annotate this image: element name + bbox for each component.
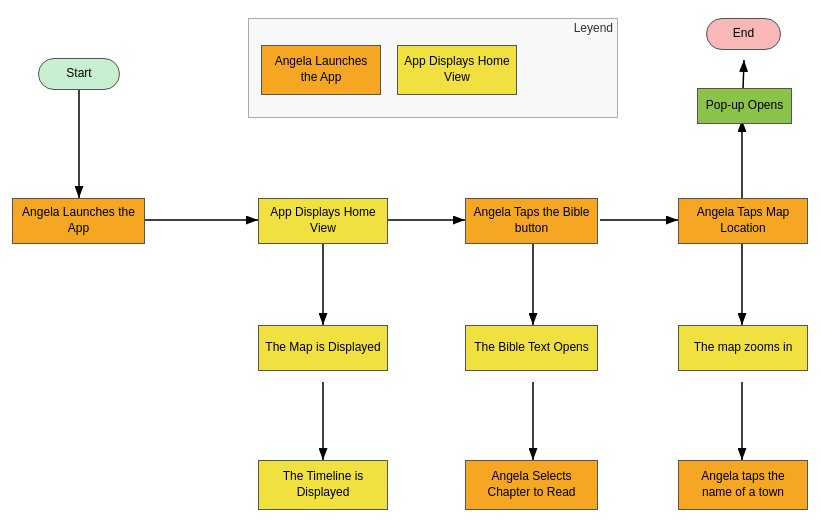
timeline-displayed-node: The Timeline is Displayed [258, 460, 388, 510]
angela-taps-map-location-node: Angela Taps Map Location [678, 198, 808, 244]
angela-taps-town-name-node: Angela taps the name of a town [678, 460, 808, 510]
legend-item-orange: Angela Launches the App [261, 45, 381, 95]
angela-launches-app-node: Angela Launches the App [12, 198, 145, 244]
end-node: End [706, 18, 781, 50]
map-is-displayed-node: The Map is Displayed [258, 325, 388, 371]
angela-selects-chapter-node: Angela Selects Chapter to Read [465, 460, 598, 510]
diagram-container: Leyend Angela Launches the App App Displ… [0, 0, 821, 523]
legend-box: Leyend Angela Launches the App App Displ… [248, 18, 618, 118]
angela-taps-bible-button-node: Angela Taps the Bible button [465, 198, 598, 244]
bible-text-opens-node: The Bible Text Opens [465, 325, 598, 371]
map-zooms-in-node: The map zooms in [678, 325, 808, 371]
app-displays-home-view-node: App Displays Home View [258, 198, 388, 244]
legend-title: Leyend [249, 19, 617, 37]
start-node: Start [38, 58, 120, 90]
legend-item-yellow: App Displays Home View [397, 45, 517, 95]
popup-opens-node: Pop-up Opens [697, 88, 792, 124]
